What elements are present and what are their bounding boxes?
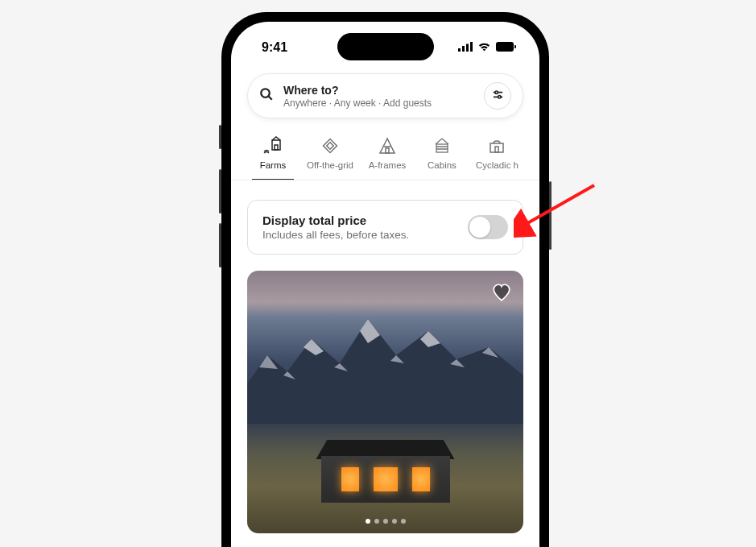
- svg-line-23: [523, 185, 594, 226]
- svg-rect-2: [466, 44, 469, 52]
- svg-point-6: [261, 89, 270, 97]
- cellular-icon: [458, 40, 473, 55]
- carousel-dot[interactable]: [392, 519, 397, 524]
- category-label: A-frames: [369, 160, 407, 170]
- search-title: Where to?: [283, 84, 474, 97]
- cycladic-icon: [486, 136, 507, 155]
- svg-rect-0: [458, 48, 461, 52]
- annotation-arrow: [514, 179, 602, 243]
- wifi-icon: [477, 40, 491, 55]
- svg-rect-13: [275, 145, 278, 150]
- carousel-dot[interactable]: [366, 519, 370, 524]
- svg-line-7: [268, 96, 272, 100]
- listing-image-house: [321, 440, 450, 503]
- phone-volume-up: [219, 169, 221, 213]
- off-the-grid-icon: [320, 136, 341, 155]
- category-cabins[interactable]: Cabins: [415, 133, 469, 180]
- display-total-price-card: Display total price Includes all fees, b…: [247, 200, 523, 255]
- phone-frame: 9:41 Where to? Anywhere · Any week · Add…: [221, 12, 549, 547]
- cabins-icon: [432, 136, 452, 155]
- svg-rect-15: [327, 143, 333, 149]
- price-text: Display total price Includes all fees, b…: [262, 213, 409, 241]
- price-toggle[interactable]: [468, 215, 508, 239]
- carousel-dot[interactable]: [374, 519, 379, 524]
- search-subtitle: Anywhere · Any week · Add guests: [283, 97, 474, 109]
- svg-rect-18: [436, 144, 448, 152]
- category-a-frames[interactable]: A-frames: [360, 133, 415, 180]
- svg-rect-22: [495, 147, 498, 152]
- favorite-button[interactable]: [491, 282, 512, 306]
- status-icons: [458, 40, 517, 55]
- phone-silence-switch: [219, 125, 221, 149]
- svg-rect-17: [386, 148, 389, 153]
- svg-point-9: [494, 91, 497, 93]
- category-label: Cycladic h: [476, 160, 518, 170]
- filter-icon: [492, 89, 504, 104]
- listing-card[interactable]: [247, 271, 523, 533]
- category-label: Off-the-grid: [307, 160, 353, 170]
- carousel-dot[interactable]: [383, 519, 388, 524]
- svg-rect-21: [490, 143, 503, 152]
- svg-rect-14: [323, 139, 337, 153]
- carousel-dot[interactable]: [401, 519, 406, 524]
- phone-volume-down: [219, 223, 221, 267]
- listing-image-mountains: [247, 311, 523, 424]
- dynamic-island: [337, 33, 434, 60]
- a-frames-icon: [377, 136, 398, 155]
- search-text: Where to? Anywhere · Any week · Add gues…: [283, 84, 474, 109]
- carousel-dots: [366, 519, 406, 524]
- toggle-knob: [469, 217, 490, 238]
- status-time: 9:41: [262, 40, 287, 55]
- battery-icon: [496, 40, 517, 55]
- search-icon: [259, 87, 274, 105]
- svg-rect-3: [470, 42, 473, 52]
- category-cycladic[interactable]: Cycladic h: [469, 133, 525, 180]
- category-off-the-grid[interactable]: Off-the-grid: [300, 133, 360, 180]
- svg-rect-1: [462, 46, 465, 52]
- filter-button[interactable]: [484, 82, 511, 110]
- svg-point-11: [498, 95, 500, 97]
- phone-screen: 9:41 Where to? Anywhere · Any week · Add…: [231, 22, 539, 547]
- svg-rect-5: [514, 45, 516, 48]
- category-farms[interactable]: Farms: [246, 133, 300, 180]
- search-bar[interactable]: Where to? Anywhere · Any week · Add gues…: [247, 73, 523, 118]
- price-subtitle: Includes all fees, before taxes.: [262, 229, 409, 241]
- svg-rect-4: [496, 42, 514, 52]
- category-tabs: Farms Off-the-grid A-frames Cabins: [231, 133, 539, 180]
- heart-icon: [491, 282, 512, 303]
- category-label: Cabins: [428, 160, 456, 170]
- category-label: Farms: [260, 160, 287, 170]
- price-title: Display total price: [262, 213, 409, 227]
- farms-icon: [262, 136, 283, 155]
